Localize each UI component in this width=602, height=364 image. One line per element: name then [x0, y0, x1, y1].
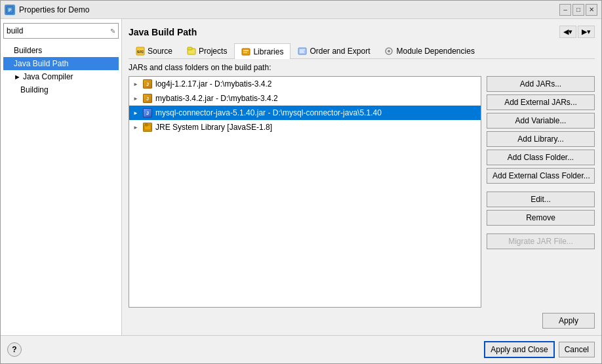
remove-button[interactable]: Remove: [487, 210, 595, 226]
jar-item-mybatis[interactable]: ► J mybatis-3.4.2.jar - D:\mybatis-3.4.2: [129, 91, 481, 106]
jar-item-mysql[interactable]: ► J mysql-connector-java-5.1.40.jar - D:…: [129, 106, 481, 120]
expand-arrow-log4j[interactable]: ►: [132, 80, 140, 88]
sidebar-item-java-build-path[interactable]: Java Build Path: [3, 57, 119, 70]
apply-row: Apply: [129, 313, 595, 329]
projects-tab-label: Projects: [199, 47, 227, 56]
add-library-button[interactable]: Add Library...: [487, 131, 595, 147]
title-bar: P Properties for Demo – □ ✕: [1, 1, 601, 19]
jar-icon-log4j: J: [142, 79, 153, 89]
cancel-button[interactable]: Cancel: [559, 342, 595, 357]
bottom-right: Apply and Close Cancel: [484, 341, 595, 358]
tab-module-deps[interactable]: Module Dependencies: [377, 43, 481, 58]
expand-arrow-mysql[interactable]: ►: [132, 109, 140, 117]
search-input[interactable]: [7, 26, 110, 35]
build-panel: ► J log4j-1.2.17.jar - D:\mybatis-3.4.2 …: [129, 76, 595, 308]
order-tab-label: Order and Export: [310, 47, 370, 56]
main-panel: Java Build Path ◀▾ ▶▾ src Source: [122, 19, 601, 335]
order-tab-icon: [298, 47, 307, 56]
bottom-left: ?: [7, 342, 484, 357]
jar-icon-jre: [142, 122, 153, 132]
jar-item-log4j[interactable]: ► J log4j-1.2.17.jar - D:\mybatis-3.4.2: [129, 77, 481, 91]
svg-rect-16: [146, 124, 148, 126]
jar-label-log4j: log4j-1.2.17.jar - D:\mybatis-3.4.2: [155, 79, 271, 89]
jar-item-jre[interactable]: ► JRE System Library [JavaSE-1.8]: [129, 120, 481, 134]
add-external-jars-button[interactable]: Add External JARs...: [487, 94, 595, 110]
search-clear-icon[interactable]: ✎: [110, 28, 115, 35]
tabs-row: src Source Projects: [129, 43, 595, 59]
window-icon: P: [5, 5, 15, 15]
svg-text:src: src: [137, 49, 144, 54]
tab-libraries[interactable]: Libraries: [234, 43, 291, 59]
sidebar-item-java-compiler[interactable]: ►Java Compiler: [3, 70, 119, 83]
svg-rect-5: [188, 47, 192, 50]
jar-icon-mysql: J: [142, 108, 153, 118]
module-tab-icon: [384, 47, 393, 56]
panel-header: Java Build Path ◀▾ ▶▾: [129, 26, 595, 38]
main-window: P Properties for Demo – □ ✕ ✎ Builders J…: [0, 0, 602, 364]
jar-label-jre: JRE System Library [JavaSE-1.8]: [155, 123, 272, 132]
search-box[interactable]: ✎: [3, 23, 119, 39]
tab-source[interactable]: src Source: [129, 43, 180, 58]
source-tab-icon: src: [136, 47, 145, 56]
window-controls: – □ ✕: [559, 4, 597, 16]
jar-icon-mybatis: J: [142, 93, 153, 104]
projects-tab-icon: [187, 47, 196, 56]
sidebar-item-builders[interactable]: Builders: [3, 44, 119, 57]
add-jars-button[interactable]: Add JARs...: [487, 76, 595, 92]
maximize-button[interactable]: □: [572, 4, 584, 16]
expand-arrow-jre[interactable]: ►: [132, 123, 140, 131]
apply-button[interactable]: Apply: [542, 313, 595, 329]
svg-point-14: [388, 50, 390, 52]
svg-rect-8: [243, 52, 247, 53]
source-tab-label: Source: [148, 47, 172, 56]
add-class-folder-button[interactable]: Add Class Folder...: [487, 150, 595, 165]
jar-label-mybatis: mybatis-3.4.2.jar - D:\mybatis-3.4.2: [155, 94, 278, 103]
migrate-jar-button[interactable]: Migrate JAR File...: [487, 233, 595, 249]
module-tab-label: Module Dependencies: [396, 47, 474, 56]
back-button[interactable]: ◀▾: [559, 26, 576, 38]
nav-arrows: ◀▾ ▶▾: [559, 26, 595, 38]
minimize-button[interactable]: –: [559, 4, 571, 16]
apply-close-button[interactable]: Apply and Close: [484, 341, 554, 358]
close-button[interactable]: ✕: [586, 4, 597, 16]
help-button[interactable]: ?: [7, 342, 22, 357]
sidebar-item-building[interactable]: Building: [3, 83, 119, 96]
jar-list[interactable]: ► J log4j-1.2.17.jar - D:\mybatis-3.4.2 …: [129, 76, 481, 308]
sidebar: ✎ Builders Java Build Path ►Java Compile…: [1, 19, 122, 335]
expand-arrow-mybatis[interactable]: ►: [132, 94, 140, 102]
add-variable-button[interactable]: Add Variable...: [487, 113, 595, 129]
tab-order-export[interactable]: Order and Export: [291, 43, 377, 58]
edit-button[interactable]: Edit...: [487, 192, 595, 207]
panel-title: Java Build Path: [129, 27, 197, 37]
tab-projects[interactable]: Projects: [180, 43, 234, 58]
content-area: ✎ Builders Java Build Path ►Java Compile…: [1, 19, 601, 335]
build-path-description: JARs and class folders on the build path…: [129, 63, 595, 72]
jar-label-mysql: mysql-connector-java-5.1.40.jar - D:\mys…: [155, 108, 382, 117]
add-external-class-folder-button[interactable]: Add External Class Folder...: [487, 168, 595, 184]
svg-rect-7: [243, 50, 249, 51]
libraries-tab-icon: [241, 47, 251, 56]
forward-button[interactable]: ▶▾: [578, 26, 595, 38]
bottom-bar: ? Apply and Close Cancel: [1, 335, 601, 363]
svg-text:P: P: [9, 8, 12, 12]
buttons-panel: Add JARs... Add External JARs... Add Var…: [487, 76, 595, 308]
libraries-tab-label: Libraries: [253, 47, 283, 56]
window-title: Properties for Demo: [19, 5, 559, 14]
